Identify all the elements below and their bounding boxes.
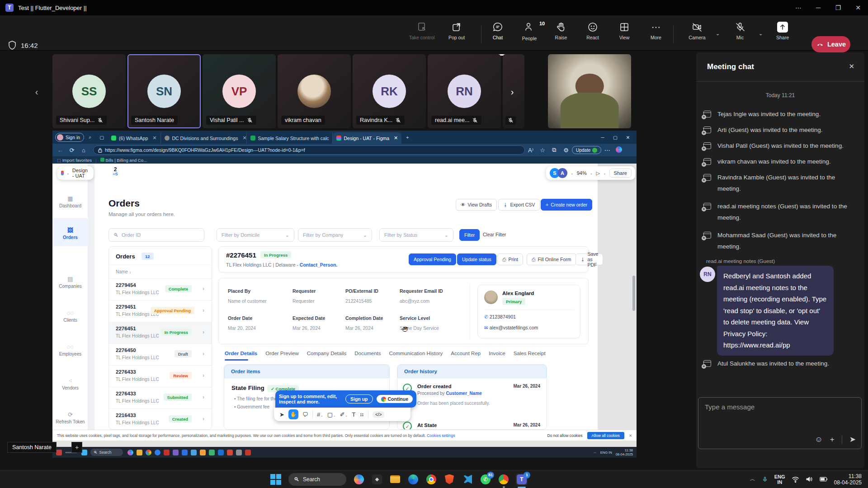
attach-plus-icon[interactable]: + <box>830 435 835 444</box>
raise-hand-button[interactable]: Raise <box>547 22 576 40</box>
approval-pending-button[interactable]: Approval Pending <box>409 253 456 265</box>
allow-cookies-button[interactable]: Allow all cookies <box>587 432 624 439</box>
chat-message-input[interactable] <box>705 403 849 411</box>
frame-tool-icon[interactable]: #⌄ <box>317 411 323 418</box>
participant-tile[interactable]: RN read.ai mee... <box>428 54 501 128</box>
file-explorer-icon[interactable] <box>389 474 401 485</box>
chat-close-icon[interactable]: ✕ <box>849 62 854 70</box>
sidebar-item-employees[interactable]: ◌◌Employees <box>52 343 88 357</box>
browser-update-button[interactable]: Update <box>572 146 601 154</box>
create-new-order-button[interactable]: + Create new order <box>541 199 592 211</box>
share-button[interactable]: Share <box>768 22 797 40</box>
order-id-search-input[interactable]: 🔍︎ Order ID <box>108 228 204 242</box>
tab-company-details[interactable]: Company Details <box>307 351 347 356</box>
order-row-selected[interactable]: 2276451TL Flex Holdings LLC In Progress› <box>109 322 212 344</box>
clear-filter-button[interactable]: Clear Filter <box>483 232 506 237</box>
hand-tool-icon[interactable]: ✋ <box>288 409 298 419</box>
workspaces-icon[interactable]: ⌕ <box>84 134 96 140</box>
start-button[interactable] <box>270 474 282 485</box>
order-row[interactable]: 2276450TL Flex Holdings LLC Draft› <box>109 344 212 366</box>
tab-actions-icon[interactable]: ▢ <box>96 135 108 140</box>
contact-email[interactable]: ✉ alex@vstatefilings.com <box>484 325 538 330</box>
figma-share-button[interactable]: Share <box>609 169 632 178</box>
tab-communication-history[interactable]: Communication History <box>389 351 443 356</box>
browser-tab-dc-divisions[interactable]: DC Divisions and Surroundings✕ <box>161 132 247 144</box>
presenter-tag-expand-button[interactable]: + <box>71 442 82 453</box>
browser-menu-icon[interactable]: ⋯ <box>601 147 613 154</box>
whatsapp-icon[interactable]: ✆ 81 <box>480 474 491 485</box>
contact-person-link[interactable]: Contact_Person. <box>300 262 337 267</box>
tab-close-icon[interactable]: ✕ <box>394 135 398 141</box>
spotlight-video-tile[interactable] <box>548 54 631 128</box>
browser-minimize-icon[interactable]: ─ <box>597 135 609 140</box>
participant-tile-video[interactable]: vikram chavan <box>278 54 351 128</box>
react-button[interactable]: React <box>578 22 607 40</box>
back-icon[interactable]: ← <box>54 147 66 154</box>
tray-mic-icon[interactable] <box>762 475 768 483</box>
cookie-settings-link[interactable]: Cookies settings <box>427 433 455 438</box>
camera-options-chevron[interactable]: ⌄ <box>716 31 720 37</box>
vscode-icon[interactable] <box>462 474 473 485</box>
minimize-button[interactable]: ─ <box>808 0 828 15</box>
save-as-pdf-button[interactable]: ⭳ Save as PDF <box>576 253 603 265</box>
present-icon[interactable]: ▷ <box>596 170 599 176</box>
tab-order-preview[interactable]: Order Preview <box>265 351 299 356</box>
bookmark-bills[interactable]: Bills | Billing and Co... <box>100 158 147 163</box>
order-row[interactable]: 2279451TL Flex Holdings LLC Approval Pen… <box>109 300 212 322</box>
import-favorites-button[interactable]: ⬚ Import favorites <box>57 158 92 163</box>
chat-input-box[interactable]: ☺ + ➤ <box>698 397 862 449</box>
emoji-icon[interactable]: ☺ <box>815 435 822 444</box>
taskbar-search[interactable]: 🔍︎ Search <box>288 473 346 486</box>
sign-up-button[interactable]: Sign up <box>345 394 373 404</box>
battery-icon[interactable] <box>820 476 828 482</box>
close-button[interactable]: ✕ <box>848 0 868 15</box>
browser-maximize-icon[interactable]: ▢ <box>609 135 621 140</box>
send-icon[interactable]: ➤ <box>849 435 856 444</box>
sidebar-item-vendors[interactable]: ⁖Vendors <box>52 377 88 390</box>
google-continue-button[interactable]: Continue <box>377 395 413 403</box>
participant-tile-active-speaker[interactable]: SN Santosh Narate <box>127 54 201 128</box>
participant-tile[interactable]: SS Shivani Sup... <box>52 54 126 128</box>
teams-icon[interactable]: T 1 <box>516 474 528 485</box>
zoom-level[interactable]: 94% <box>577 170 587 176</box>
sidebar-item-orders[interactable]: 🖾Orders <box>52 227 88 240</box>
leave-button[interactable]: Leave <box>811 36 850 52</box>
dev-mode-icon[interactable]: </> <box>373 411 384 418</box>
order-row[interactable]: 2276433TL Flex Holdings LLC Submitted› <box>109 387 212 409</box>
camera-button[interactable]: Camera <box>683 22 712 40</box>
sidebar-item-clients[interactable]: ◌◌Clients <box>52 310 88 323</box>
order-row[interactable]: 2276433TL Flex Holdings LLC Review› <box>109 366 212 387</box>
participant-tile[interactable]: RK Ravindra K... <box>353 54 426 128</box>
shape-tool-icon[interactable]: ▢⌄ <box>327 411 336 418</box>
extensions-icon[interactable]: ⚙ <box>560 147 572 154</box>
favorite-star-icon[interactable]: ☆ <box>537 147 548 154</box>
filter-status-dropdown[interactable]: Filter by Status⌄ <box>379 228 453 242</box>
app-icon-dark[interactable]: ◆ <box>371 474 383 485</box>
wifi-icon[interactable] <box>792 476 799 483</box>
collaborator-avatar[interactable]: A <box>557 168 567 178</box>
language-indicator[interactable]: ENGIN <box>774 474 785 485</box>
cookie-close-icon[interactable]: ✕ <box>629 433 632 438</box>
copilot-icon[interactable] <box>353 474 365 485</box>
text-tool-icon[interactable]: T <box>352 411 355 418</box>
more-button[interactable]: ⋯ More <box>642 22 670 40</box>
maximize-button[interactable]: ❐ <box>828 0 848 15</box>
titlebar-more-icon[interactable]: ⋯ <box>788 0 808 15</box>
chat-button[interactable]: Chat <box>483 22 512 40</box>
browser-close-icon[interactable]: ✕ <box>622 135 634 140</box>
order-row[interactable]: 2279454TL Flex Holdings LLC Complete› <box>109 279 212 300</box>
read-aloud-icon[interactable]: A⁾ <box>525 147 537 154</box>
browser-tab-figma-active[interactable]: Design - UAT - Figma✕ <box>333 132 402 144</box>
contact-phone[interactable]: ✆ 2123874901 <box>484 314 516 319</box>
people-button[interactable]: 10 People <box>515 22 544 41</box>
speaker-icon[interactable] <box>806 476 813 483</box>
sidebar-item-companies[interactable]: ▤Companies <box>52 276 88 289</box>
canvas-scrollbar[interactable] <box>632 276 635 311</box>
fill-online-form-button[interactable]: ⎙ Fill Online Form <box>527 253 576 265</box>
pop-out-button[interactable]: Pop out <box>442 22 471 40</box>
filter-button[interactable]: Filter <box>459 229 480 241</box>
mic-button[interactable]: Mic <box>726 22 755 40</box>
resources-tool-icon[interactable]: ⠶ <box>359 411 364 418</box>
sidebar-item-dashboard[interactable]: ▦Dashboard <box>52 195 88 208</box>
update-status-button[interactable]: Update status <box>457 253 496 265</box>
